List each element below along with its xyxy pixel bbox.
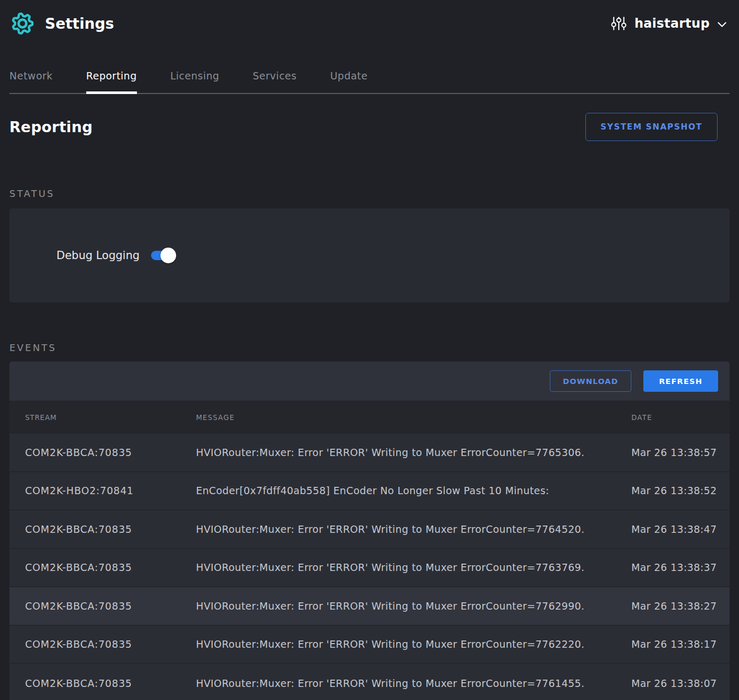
cell-stream: COM2K-BBCA:70835 — [9, 523, 196, 535]
app-title: Settings — [45, 15, 114, 32]
cell-message: HVIORouter:Muxer: Error 'ERROR' Writing … — [196, 600, 631, 612]
table-row: COM2K-BBCA:70835 HVIORouter:Muxer: Error… — [9, 434, 730, 472]
cell-stream: COM2K-BBCA:70835 — [9, 638, 196, 650]
events-toolbar: DOWNLOAD REFRESH — [9, 361, 730, 401]
events-section-label: EVENTS — [9, 342, 730, 353]
column-header-date: DATE — [631, 413, 730, 422]
debug-logging-label: Debug Logging — [56, 249, 140, 262]
table-row: COM2K-BBCA:70835 HVIORouter:Muxer: Error… — [9, 626, 730, 664]
tab-reporting[interactable]: Reporting — [86, 70, 137, 93]
events-table-header: STREAM MESSAGE DATE — [9, 401, 730, 434]
cell-date: Mar 26 13:38:17 — [631, 638, 730, 650]
app-header: Settings haistartup — [0, 0, 739, 36]
cell-stream: COM2K-BBCA:70835 — [9, 447, 196, 458]
account-name: haistartup — [634, 16, 710, 31]
cell-message: HVIORouter:Muxer: Error 'ERROR' Writing … — [196, 447, 631, 458]
status-section-label: STATUS — [9, 188, 730, 199]
tab-network[interactable]: Network — [9, 70, 53, 93]
cell-message: HVIORouter:Muxer: Error 'ERROR' Writing … — [196, 562, 631, 573]
tab-bar: Network Reporting Licensing Services Upd… — [9, 70, 730, 94]
cell-stream: COM2K-HBO2:70841 — [9, 485, 196, 496]
chevron-down-icon — [718, 22, 726, 28]
table-row: COM2K-BBCA:70835 HVIORouter:Muxer: Error… — [9, 510, 730, 549]
status-card: Debug Logging — [9, 208, 730, 302]
tab-services[interactable]: Services — [253, 70, 297, 93]
events-table-body: COM2K-BBCA:70835 HVIORouter:Muxer: Error… — [9, 434, 730, 700]
cell-message: HVIORouter:Muxer: Error 'ERROR' Writing … — [196, 523, 631, 535]
tab-update[interactable]: Update — [330, 70, 368, 93]
events-card: DOWNLOAD REFRESH STREAM MESSAGE DATE COM… — [9, 361, 730, 700]
cell-date: Mar 26 13:38:07 — [631, 678, 730, 689]
table-row: COM2K-BBCA:70835 HVIORouter:Muxer: Error… — [9, 587, 730, 626]
refresh-button[interactable]: REFRESH — [643, 370, 718, 392]
cell-stream: COM2K-BBCA:70835 — [9, 600, 196, 612]
debug-logging-toggle[interactable] — [151, 250, 175, 261]
column-header-message: MESSAGE — [196, 413, 631, 422]
cell-date: Mar 26 13:38:57 — [631, 447, 730, 458]
cell-date: Mar 26 13:38:52 — [631, 485, 730, 496]
table-row: COM2K-BBCA:70835 HVIORouter:Muxer: Error… — [9, 664, 730, 700]
page-title: Reporting — [9, 119, 93, 136]
settings-gear-icon — [10, 11, 34, 36]
cell-message: HVIORouter:Muxer: Error 'ERROR' Writing … — [196, 678, 631, 689]
system-snapshot-button[interactable]: SYSTEM SNAPSHOT — [585, 113, 718, 141]
cell-stream: COM2K-BBCA:70835 — [9, 562, 196, 573]
download-button[interactable]: DOWNLOAD — [550, 370, 631, 392]
cell-date: Mar 26 13:38:47 — [631, 523, 730, 535]
sliders-icon — [611, 16, 627, 31]
cell-date: Mar 26 13:38:27 — [631, 600, 730, 612]
table-row: COM2K-HBO2:70841 EnCoder[0x7fdff40ab558]… — [9, 472, 730, 511]
cell-date: Mar 26 13:38:37 — [631, 562, 730, 573]
table-row: COM2K-BBCA:70835 HVIORouter:Muxer: Error… — [9, 549, 730, 588]
tab-licensing[interactable]: Licensing — [170, 70, 220, 93]
cell-message: EnCoder[0x7fdff40ab558] EnCoder No Longe… — [196, 485, 631, 496]
cell-stream: COM2K-BBCA:70835 — [9, 678, 196, 689]
cell-message: HVIORouter:Muxer: Error 'ERROR' Writing … — [196, 638, 631, 650]
column-header-stream: STREAM — [9, 413, 196, 422]
account-menu[interactable]: haistartup — [611, 16, 726, 31]
